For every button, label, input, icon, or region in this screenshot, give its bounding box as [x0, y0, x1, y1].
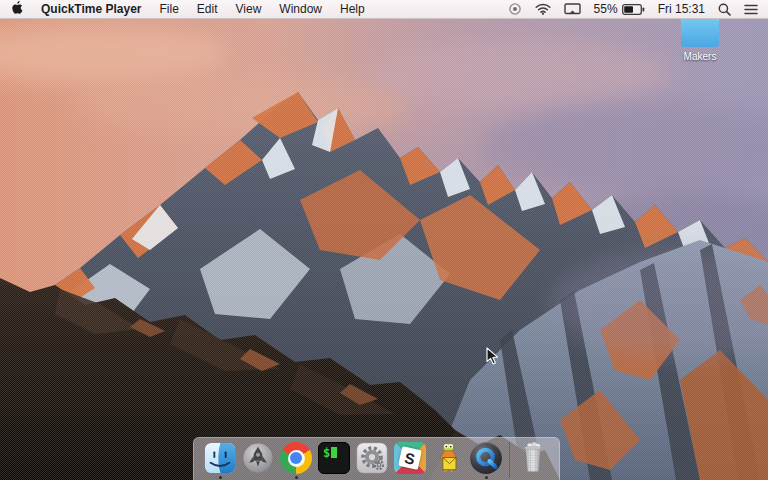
apple-menu[interactable]: [10, 0, 23, 18]
terminal-cursor-block: [331, 447, 337, 458]
slack-icon: S: [394, 442, 426, 474]
dock: $: [193, 437, 560, 480]
sierra-mountain-wallpaper: [0, 19, 768, 480]
dock-separator: [509, 442, 510, 478]
folder-icon: [681, 18, 719, 47]
menu-item-file[interactable]: File: [160, 2, 179, 16]
dock-item-chrome[interactable]: [277, 441, 315, 479]
menu-item-edit[interactable]: Edit: [197, 2, 218, 16]
quicktime-q-icon: [470, 442, 502, 474]
wifi-icon: [535, 3, 551, 15]
folder-label: Makers: [672, 51, 728, 62]
active-app-menu[interactable]: QuickTime Player: [41, 2, 142, 16]
dock-item-finder[interactable]: [201, 441, 239, 479]
spotlight-button[interactable]: [718, 3, 731, 16]
terminal-prompt-glyph: $: [323, 447, 330, 459]
menu-bar: QuickTime Player File Edit View Window H…: [0, 0, 768, 19]
trash-icon: [517, 442, 549, 474]
clock[interactable]: Fri 15:31: [658, 2, 705, 16]
dock-item-launchpad[interactable]: [239, 441, 277, 479]
launchpad-rocket-icon: [242, 442, 274, 474]
chrome-icon: [280, 442, 312, 474]
notification-center-icon: [744, 4, 758, 15]
terminal-icon: $: [318, 442, 350, 474]
desktop-wallpaper: [0, 19, 768, 480]
dock-item-quicktime[interactable]: [467, 441, 505, 479]
running-indicator: [295, 476, 298, 479]
finder-icon: [204, 442, 236, 474]
apple-icon: [10, 0, 23, 15]
dock-item-slack[interactable]: S: [391, 441, 429, 479]
notification-center-button[interactable]: [744, 4, 758, 15]
running-indicator: [219, 476, 222, 479]
battery-status[interactable]: 55%: [594, 2, 645, 16]
system-preferences-gear-icon: [356, 442, 388, 474]
battery-percent-label: 55%: [594, 2, 618, 16]
airplay-display-icon: [564, 3, 581, 15]
running-indicator: [485, 476, 488, 479]
spotlight-icon: [718, 3, 731, 16]
dock-item-system-preferences[interactable]: [353, 441, 391, 479]
record-indicator-icon: [508, 2, 522, 16]
macos-desktop: QuickTime Player File Edit View Window H…: [0, 0, 768, 480]
menu-item-view[interactable]: View: [236, 2, 262, 16]
dock-item-trash[interactable]: [514, 441, 552, 479]
dock-item-terminal[interactable]: $: [315, 441, 353, 479]
wifi-status[interactable]: [535, 3, 551, 15]
screen-recording-indicator[interactable]: [508, 2, 522, 16]
duck-icon: [432, 442, 464, 474]
slack-s-glyph: S: [394, 442, 426, 474]
dock-item-duck-app[interactable]: [429, 441, 467, 479]
menu-item-help[interactable]: Help: [340, 2, 365, 16]
airplay-display-status[interactable]: [564, 3, 581, 15]
battery-icon: [622, 4, 645, 15]
desktop-folder-makers[interactable]: Makers: [672, 12, 728, 62]
menu-item-window[interactable]: Window: [279, 2, 322, 16]
